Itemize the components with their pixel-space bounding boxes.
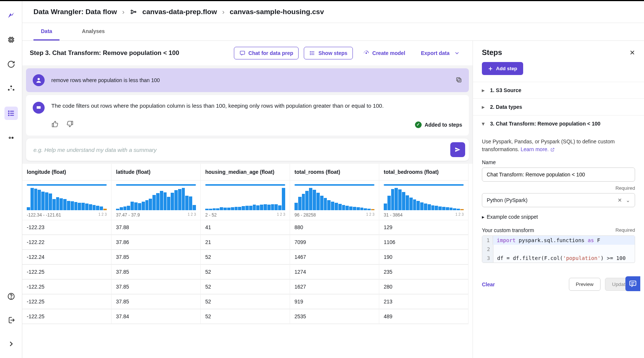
svg-point-10 xyxy=(8,115,9,116)
add-step-label: Add step xyxy=(496,66,517,71)
table-cell: -122.25 xyxy=(22,294,111,309)
learn-more-link[interactable]: Learn more. xyxy=(521,146,554,152)
svg-rect-0 xyxy=(9,38,13,42)
export-label: Export data xyxy=(421,50,450,56)
table-cell: 190 xyxy=(379,250,468,264)
required-2: Required xyxy=(615,227,635,233)
example-snippet-toggle[interactable]: ▸ Example code snippet xyxy=(482,214,635,220)
svg-point-8 xyxy=(8,113,9,114)
preview-button[interactable]: Preview xyxy=(569,278,600,291)
table-cell: -122.24 xyxy=(22,250,111,264)
tab-analyses[interactable]: Analyses xyxy=(74,23,112,40)
svg-point-25 xyxy=(310,54,310,55)
table-row[interactable]: -122.2237.862170991106 xyxy=(22,235,473,250)
table-cell: 489 xyxy=(379,309,468,324)
add-step-button[interactable]: Add step xyxy=(482,62,523,75)
language-select[interactable]: Python (PySpark) ✕ ⌄ xyxy=(482,193,635,207)
breadcrumb-root[interactable]: Data Wrangler: Data flow xyxy=(33,8,117,16)
tabs: Data Analyses xyxy=(22,23,644,41)
close-icon[interactable]: ✕ xyxy=(629,49,635,57)
table-cell: 1627 xyxy=(290,280,379,294)
logout-icon[interactable] xyxy=(4,313,18,327)
language-value: Python (PySpark) xyxy=(487,197,614,203)
show-steps-label: Show steps xyxy=(318,50,347,56)
svg-rect-1 xyxy=(10,39,12,41)
table-cell: 52 xyxy=(201,250,290,264)
help-icon[interactable] xyxy=(4,290,18,303)
list-icon[interactable] xyxy=(4,107,18,120)
chat-bot-message: The code filters out rows where the popu… xyxy=(26,95,469,136)
table-cell: 1274 xyxy=(290,265,379,279)
step-1[interactable]: ▸1. S3 Source xyxy=(473,82,644,98)
table-row[interactable]: -122.2537.8552919213 xyxy=(22,294,473,309)
breadcrumb-flow[interactable]: canvas-data-prep.flow xyxy=(142,8,217,16)
toolbar: Step 3. Chat Transform: Remove populatio… xyxy=(22,41,473,65)
chip-icon[interactable] xyxy=(4,33,18,46)
steps-panel: Steps ✕ Add step ▸1. S3 Source ▸2. Data … xyxy=(473,41,644,358)
chat-area: remove rows where population is less tha… xyxy=(22,65,473,164)
table-cell: 280 xyxy=(379,280,468,294)
expand-icon[interactable] xyxy=(4,337,18,351)
left-nav xyxy=(0,1,22,358)
svg-point-3 xyxy=(8,89,10,91)
column-header[interactable]: longitude (float)-122.34 - -121.611 2 3 xyxy=(22,164,112,220)
table-row[interactable]: -122.2537.84522535489 xyxy=(22,309,473,324)
clear-select-icon[interactable]: ✕ xyxy=(618,197,622,203)
table-cell: -122.25 xyxy=(22,280,111,294)
create-model-button[interactable]: Create model xyxy=(358,47,410,59)
thumbs-up-icon[interactable] xyxy=(51,120,59,129)
copy-icon[interactable] xyxy=(455,77,462,84)
bot-avatar-icon xyxy=(33,102,45,114)
data-table: longitude (float)-122.34 - -121.611 2 3l… xyxy=(22,164,473,358)
star-icon[interactable] xyxy=(4,82,18,95)
name-label: Name xyxy=(482,159,635,165)
send-button[interactable] xyxy=(450,142,465,157)
column-header[interactable]: latitude (float)37.47 - 37.91 2 3 xyxy=(112,164,201,220)
export-data-button[interactable]: Export data xyxy=(416,47,465,59)
column-header[interactable]: total_bedrooms (float)31 - 38641 2 3 xyxy=(379,164,468,220)
thumbs-down-icon[interactable] xyxy=(66,120,74,129)
floating-chat-icon[interactable] xyxy=(625,276,640,291)
table-cell: 52 xyxy=(201,294,290,309)
step-2[interactable]: ▸2. Data types xyxy=(473,98,644,115)
chat-input[interactable] xyxy=(30,143,450,157)
chat-for-data-prep-button[interactable]: Chat for data prep xyxy=(234,47,299,59)
refresh-icon[interactable] xyxy=(4,58,18,71)
svg-point-23 xyxy=(310,51,310,52)
table-cell: -122.22 xyxy=(22,235,111,250)
table-row[interactable]: -122.2537.85521274235 xyxy=(22,265,473,280)
column-header[interactable]: housing_median_age (float)2 - 521 2 3 xyxy=(201,164,290,220)
table-cell: -122.23 xyxy=(22,220,111,235)
table-row[interactable]: -122.2437.85521467190 xyxy=(22,250,473,265)
check-icon: ✓ xyxy=(415,121,422,128)
svg-point-18 xyxy=(135,11,136,12)
chevron-right-icon: › xyxy=(122,8,125,16)
step-3[interactable]: ▾3. Chat Transform: Remove population < … xyxy=(473,115,644,132)
table-cell: 213 xyxy=(379,294,468,309)
column-header[interactable]: total_rooms (float)96 - 282581 2 3 xyxy=(290,164,379,220)
table-cell: 41 xyxy=(201,220,290,235)
chevron-down-icon[interactable]: ⌄ xyxy=(626,197,630,203)
table-cell: 52 xyxy=(201,265,290,279)
svg-point-6 xyxy=(8,111,9,112)
table-row[interactable]: -122.2337.8841880129 xyxy=(22,220,473,235)
step-2-label: 2. Data types xyxy=(490,104,522,110)
flow-icon xyxy=(130,8,137,16)
table-cell: 52 xyxy=(201,280,290,294)
breadcrumb-file[interactable]: canvas-sample-housing.csv xyxy=(230,8,324,16)
svg-rect-19 xyxy=(240,51,245,55)
user-avatar-icon xyxy=(33,74,45,86)
chat-input-row xyxy=(26,139,469,161)
added-to-steps: ✓ Added to steps xyxy=(415,121,462,128)
clear-button[interactable]: Clear xyxy=(482,281,564,287)
show-steps-button[interactable]: Show steps xyxy=(304,47,353,59)
tab-data[interactable]: Data xyxy=(33,23,59,40)
logo-icon[interactable] xyxy=(4,9,18,22)
table-cell: 37.85 xyxy=(112,250,200,264)
user-message-text: remove rows where population is less tha… xyxy=(51,77,160,83)
svg-rect-31 xyxy=(630,281,636,286)
code-editor[interactable]: 1import pyspark.sql.functions as F 2 3df… xyxy=(482,235,635,263)
dots-icon[interactable] xyxy=(4,131,18,144)
table-row[interactable]: -122.2537.85521627280 xyxy=(22,280,473,294)
name-input[interactable] xyxy=(482,167,635,182)
